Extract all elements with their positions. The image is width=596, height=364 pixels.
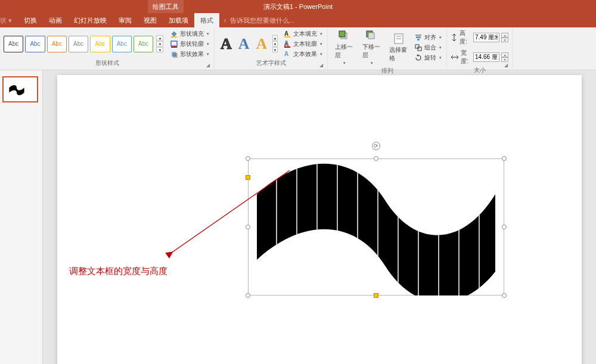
annotation-text: 调整文本框的宽度与高度 [69,266,167,277]
tab-addins[interactable]: 加载项 [163,13,194,27]
wordart-style[interactable]: A [254,35,270,53]
svg-rect-13 [368,33,374,39]
pen-outline-icon [170,40,178,48]
svg-rect-21 [418,47,421,51]
annotation-arrow-icon [164,164,296,260]
bring-forward-icon [338,30,350,42]
gallery-down-icon[interactable]: ▾ [272,41,278,46]
height-input[interactable] [473,33,499,42]
thumbnail-shape-icon [8,83,25,95]
gallery-down-icon[interactable]: ▾ [156,41,163,46]
chevron-down-icon: ▾ [320,52,322,57]
thumbnail-panel [0,70,43,364]
tell-me-placeholder: 告诉我您想要做什么... [230,16,294,25]
tab-transitions[interactable]: 切换 [18,13,43,27]
chevron-down-icon: ▾ [343,61,346,66]
rotate-handle-icon[interactable]: ⟳ [372,142,380,150]
svg-text:A: A [284,30,288,37]
width-input[interactable] [473,52,499,62]
chevron-down-icon: ▾ [439,45,442,50]
tab-partial[interactable]: 状 ▾ [0,13,18,27]
width-icon [451,53,459,61]
wordart-style[interactable]: A [236,35,252,53]
svg-text:A: A [284,41,288,47]
chevron-down-icon: ▾ [371,61,373,66]
rotate-icon [414,54,423,62]
shape-style-swatch[interactable]: Abc [112,36,132,52]
group-icon [414,43,423,52]
shape-style-swatch[interactable]: Abc [25,36,45,52]
spinner-down-icon[interactable]: ▾ [501,57,508,62]
slide[interactable]: ⟳ [57,75,582,364]
workspace: ⟳ [0,70,596,364]
text-outline-button[interactable]: A 文本轮廓▾ [282,39,324,49]
shape-style-swatch[interactable]: Abc [69,36,88,52]
chevron-down-icon: ▾ [207,42,209,46]
text-effects-button[interactable]: A 文本效果▾ [282,49,324,59]
selection-pane-button[interactable]: 选择窗格 [386,32,411,64]
slide-thumbnail[interactable] [2,76,38,102]
shape-effects-button[interactable]: 形状效果▾ [169,49,210,59]
slide-canvas-area[interactable]: ⟳ [43,70,596,364]
paint-bucket-icon [170,30,178,38]
send-backward-button[interactable]: 下移一层 ▾ [359,29,384,67]
gallery-more-icon[interactable]: ▾ [272,47,278,52]
dialog-launcher-icon[interactable]: ◢ [504,63,510,69]
chevron-down-icon: ▾ [320,32,322,36]
tab-animations[interactable]: 动画 [43,13,68,27]
gallery-more-icon[interactable]: ▾ [156,47,163,52]
spinner-down-icon[interactable]: ▾ [501,38,508,42]
chevron-down-icon: ▾ [320,42,322,46]
height-control: 高度: ▴▾ [451,29,508,46]
bring-forward-button[interactable]: 上移一层 ▾ [331,29,357,67]
shape-style-swatch[interactable]: Abc [4,36,23,52]
shape-style-swatch[interactable]: Abc [47,36,67,52]
ribbon-tabs: 状 ▾ 切换 动画 幻灯片放映 审阅 视图 加载项 格式 ♀ 告诉我您想要做什么… [0,13,596,27]
resize-handle[interactable] [502,225,507,229]
svg-rect-18 [416,36,421,38]
chevron-down-icon: ▾ [439,35,442,40]
group-wordart-styles: A A A ▴ ▾ ▾ A 文本填充▾ A 文本轮廓▾ A 文本效果▾ [215,27,328,70]
resize-handle[interactable] [246,156,250,161]
gallery-up-icon[interactable]: ▴ [272,35,278,41]
tell-me-search[interactable]: ♀ 告诉我您想要做什么... [219,14,298,27]
resize-handle[interactable] [246,293,250,298]
app-title: 演示文稿1 - PowerPoint [263,2,333,11]
adjustment-handle[interactable] [374,293,378,298]
shape-outline-button[interactable]: 形状轮廓▾ [169,39,210,49]
gallery-up-icon[interactable]: ▴ [156,35,163,41]
svg-rect-11 [339,31,345,37]
chevron-down-icon: ▾ [207,32,209,36]
chevron-down-icon: ▾ [207,52,209,57]
tab-view[interactable]: 视图 [138,13,163,27]
send-backward-icon [365,30,377,42]
group-label: 形状样式 [4,59,210,69]
tab-format[interactable]: 格式 [194,13,219,27]
text-fill-icon: A [283,30,291,38]
svg-rect-6 [284,36,290,38]
title-bar: 绘图工具 演示文稿1 - PowerPoint [0,0,596,13]
dialog-launcher-icon[interactable]: ◢ [206,63,212,69]
tab-review[interactable]: 审阅 [113,13,138,27]
selection-pane-icon [393,33,405,45]
spinner-up-icon[interactable]: ▴ [501,52,508,57]
resize-handle[interactable] [374,156,378,161]
dialog-launcher-icon[interactable]: ◢ [319,63,325,69]
wordart-style[interactable]: A [218,35,234,53]
shape-style-swatch[interactable]: Abc [90,36,110,52]
group-button[interactable]: 组合▾ [413,43,443,52]
shape-fill-button[interactable]: 形状填充▾ [169,29,210,39]
width-control: 宽度: ▴▾ [451,48,508,66]
group-label: 艺术字样式 [218,59,324,69]
text-fill-button[interactable]: A 文本填充▾ [282,29,324,39]
align-icon [414,33,423,42]
align-button[interactable]: 对齐▾ [413,33,443,42]
resize-handle[interactable] [502,293,507,298]
group-arrange: 上移一层 ▾ 下移一层 ▾ 选择窗格 对齐▾ 组合▾ [328,27,447,70]
shape-style-swatch[interactable]: Abc [134,36,153,52]
tab-slideshow[interactable]: 幻灯片放映 [68,13,113,27]
resize-handle[interactable] [502,156,507,161]
rotate-button[interactable]: 旋转▾ [413,53,443,63]
spinner-up-icon[interactable]: ▴ [501,33,508,38]
text-outline-icon: A [283,40,291,48]
